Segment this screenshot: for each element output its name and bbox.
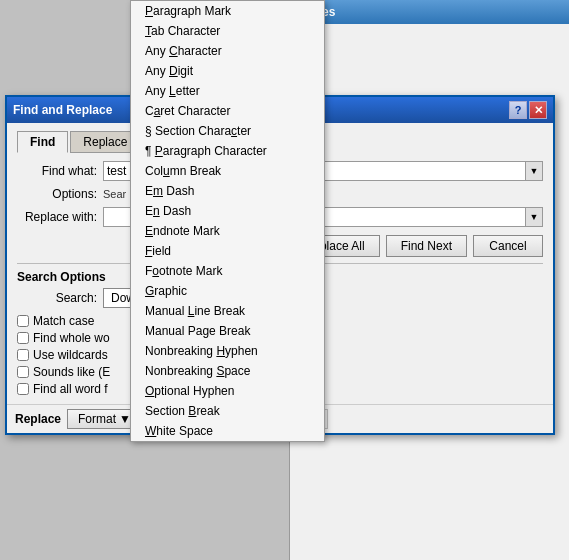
cancel-button[interactable]: Cancel bbox=[473, 235, 543, 257]
find-whole-checkbox[interactable] bbox=[17, 332, 29, 344]
menu-item-section-break[interactable]: Section Break bbox=[131, 401, 324, 421]
replace-section-label: Replace bbox=[15, 412, 61, 426]
help-button[interactable]: ? bbox=[509, 101, 527, 119]
menu-item-footnote-mark[interactable]: Footnote Mark bbox=[131, 261, 324, 281]
replace-dropdown-arrow[interactable]: ▼ bbox=[525, 207, 543, 227]
menu-item-graphic[interactable]: Graphic bbox=[131, 281, 324, 301]
menu-item-paragraph-character[interactable]: ¶ Paragraph Character bbox=[131, 141, 324, 161]
dialog-title: Find and Replace bbox=[13, 103, 112, 117]
find-all-word-label: Find all word f bbox=[33, 382, 108, 396]
find-whole-row: Find whole wo bbox=[17, 331, 110, 345]
format-label: Format bbox=[78, 412, 116, 426]
find-all-word-row: Find all word f bbox=[17, 382, 110, 396]
menu-item-nonbreaking-space[interactable]: Nonbreaking Space bbox=[131, 361, 324, 381]
menu-item-any-letter[interactable]: Any Letter bbox=[131, 81, 324, 101]
special-dropdown-menu: Paragraph Mark Tab Character Any Charact… bbox=[130, 0, 325, 442]
menu-item-white-space[interactable]: White Space bbox=[131, 421, 324, 441]
menu-item-any-digit[interactable]: Any Digit bbox=[131, 61, 324, 81]
menu-item-manual-line-break[interactable]: Manual Line Break bbox=[131, 301, 324, 321]
find-whole-label: Find whole wo bbox=[33, 331, 110, 345]
match-case-label: Match case bbox=[33, 314, 94, 328]
match-case-row: Match case bbox=[17, 314, 110, 328]
menu-item-endnote-mark[interactable]: Endnote Mark bbox=[131, 221, 324, 241]
menu-item-manual-page-break[interactable]: Manual Page Break bbox=[131, 321, 324, 341]
menu-item-any-character[interactable]: Any Character bbox=[131, 41, 324, 61]
sounds-like-label: Sounds like (E bbox=[33, 365, 110, 379]
search-label: Search: bbox=[17, 291, 97, 305]
sounds-like-row: Sounds like (E bbox=[17, 365, 110, 379]
match-case-checkbox[interactable] bbox=[17, 315, 29, 327]
options-label: Options: bbox=[17, 187, 97, 201]
styles-header: Styles bbox=[290, 0, 569, 24]
menu-item-paragraph-mark[interactable]: Paragraph Mark bbox=[131, 1, 324, 21]
menu-item-tab-character[interactable]: Tab Character bbox=[131, 21, 324, 41]
titlebar-buttons: ? ✕ bbox=[509, 101, 547, 119]
tab-find[interactable]: Find bbox=[17, 131, 68, 153]
find-label: Find what: bbox=[17, 164, 97, 178]
close-button[interactable]: ✕ bbox=[529, 101, 547, 119]
use-wildcards-row: Use wildcards bbox=[17, 348, 110, 362]
find-next-button[interactable]: Find Next bbox=[386, 235, 467, 257]
menu-item-section-character[interactable]: § Section Character bbox=[131, 121, 324, 141]
menu-item-nonbreaking-hyphen[interactable]: Nonbreaking Hyphen bbox=[131, 341, 324, 361]
left-options-col: Match case Find whole wo Use wildcards S… bbox=[17, 314, 110, 396]
find-all-word-checkbox[interactable] bbox=[17, 383, 29, 395]
use-wildcards-checkbox[interactable] bbox=[17, 349, 29, 361]
menu-item-column-break[interactable]: Column Break bbox=[131, 161, 324, 181]
menu-item-caret-character[interactable]: Caret Character bbox=[131, 101, 324, 121]
sounds-like-checkbox[interactable] bbox=[17, 366, 29, 378]
menu-item-field[interactable]: Field bbox=[131, 241, 324, 261]
find-dropdown-arrow[interactable]: ▼ bbox=[525, 161, 543, 181]
menu-item-en-dash[interactable]: En Dash bbox=[131, 201, 324, 221]
use-wildcards-label: Use wildcards bbox=[33, 348, 108, 362]
menu-item-em-dash[interactable]: Em Dash bbox=[131, 181, 324, 201]
menu-item-optional-hyphen[interactable]: Optional Hyphen bbox=[131, 381, 324, 401]
options-value: Sear bbox=[103, 188, 126, 200]
replace-label: Replace with: bbox=[17, 210, 97, 224]
